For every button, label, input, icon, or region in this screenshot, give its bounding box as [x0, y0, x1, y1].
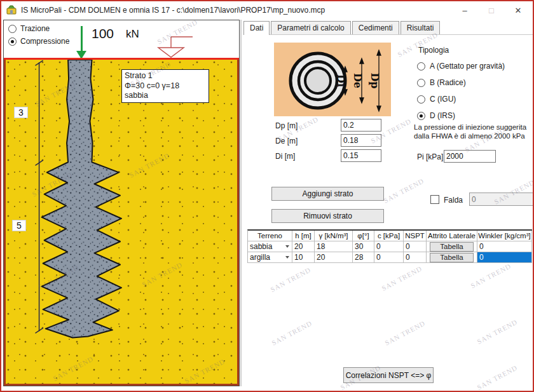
col-header-nspt: NSPT [404, 231, 427, 241]
radio-checked-icon[interactable] [8, 37, 17, 46]
tabella-button-row2[interactable]: Tabella [430, 253, 474, 262]
tipologia-d-label: D (IRS) [430, 111, 455, 120]
c-cell-row1[interactable]: 0 [374, 241, 404, 252]
tabstrip: Dati Parametri di calcolo Cedimenti Risu… [243, 20, 533, 35]
strato-note-params: Φ=30 c=0 γ=18 [125, 81, 206, 91]
load-value: 100 [92, 26, 114, 41]
tipologia-a-label: A (Gettato per gravità) [430, 62, 505, 71]
pile-section-diagram: Di De Dp [274, 43, 391, 116]
depth-label-upper: 3 [14, 107, 28, 118]
window-controls: – □ ✕ [451, 1, 531, 19]
radio-tipologia-b[interactable]: B (Radice) [417, 78, 466, 87]
terreno-value: sabbia [250, 242, 272, 251]
minimize-button[interactable]: – [451, 1, 478, 19]
dim-label-dp: Dp [369, 72, 381, 88]
terreno-value: argilla [250, 253, 270, 262]
close-button[interactable]: ✕ [505, 1, 531, 19]
radio-trazione[interactable]: Trazione [8, 24, 50, 33]
col-header-phi: φ[°] [353, 231, 374, 241]
radio-icon[interactable] [417, 62, 425, 71]
chevron-down-icon[interactable] [285, 256, 289, 259]
attrito-cell-row1: Tabella [427, 241, 477, 252]
gamma-cell-row1[interactable]: 18 [315, 241, 353, 252]
radio-tipologia-a[interactable]: A (Gettato per gravità) [417, 62, 505, 71]
winkler-cell-row1[interactable]: 0 [477, 241, 532, 252]
winkler-cell-row2-selected[interactable]: 0 [477, 252, 532, 263]
load-arrow-icon [81, 26, 83, 51]
soil-area: 3 5 Strato 1 Φ=30 c=0 γ=18 sabbia [4, 60, 239, 386]
pile-shape [42, 60, 121, 337]
fhwa-note: La pressione di iniezione suggerita dall… [414, 123, 530, 141]
tabella-button-row1[interactable]: Tabella [430, 242, 474, 252]
tab-dati[interactable]: Dati [243, 21, 270, 35]
terreno-select-row2[interactable]: argilla [248, 252, 292, 263]
correlation-nspt-button[interactable]: Correlazioni NSPT <=> φ [343, 367, 434, 383]
tipologia-b-label: B (Radice) [430, 78, 466, 87]
radio-icon[interactable] [8, 25, 17, 33]
col-header-c: c [kPa] [374, 231, 404, 241]
de-input[interactable] [341, 134, 381, 147]
strato-note: Strato 1 Φ=30 c=0 γ=18 sabbia [121, 69, 209, 103]
soil-table: Terreno h [m] γ [kN/m³] φ[°] c [kPa] NSP… [247, 229, 532, 263]
app-icon [6, 5, 17, 15]
pi-label: Pi [kPa] [417, 152, 443, 161]
dp-label: Dp [m] [275, 121, 298, 130]
phi-cell-row1[interactable]: 30 [353, 241, 374, 252]
fhwa-note-line2: dalla FHWA è di almeno 2000 kPa [414, 132, 530, 141]
ground-support-icon [153, 34, 198, 58]
radio-tipologia-d[interactable]: D (IRS) [417, 111, 455, 120]
col-header-h: h [m] [292, 231, 315, 241]
dim-label-de: De [352, 73, 364, 88]
chevron-down-icon[interactable] [285, 245, 289, 248]
tab-risultati[interactable]: Risultati [400, 21, 441, 34]
app-window: IS MicroPali - CDM DOLMEN e omnia IS 17 … [0, 0, 534, 392]
falda-input[interactable] [469, 193, 534, 206]
falda-label: Falda [444, 196, 463, 205]
terreno-select-row1[interactable]: sabbia [248, 241, 292, 252]
load-unit: kN [126, 28, 139, 41]
di-label: Di [m] [275, 152, 295, 161]
c-cell-row2[interactable]: 0 [374, 252, 404, 263]
pile-section-svg: Di De Dp [274, 43, 391, 116]
radio-compressione[interactable]: Compressione [8, 37, 69, 46]
de-label: De [m] [275, 137, 298, 145]
di-input[interactable] [341, 149, 381, 162]
radio-checked-icon[interactable] [417, 112, 425, 120]
strato-note-title: Strato 1 [125, 71, 206, 81]
col-header-terreno: Terreno [248, 231, 292, 241]
maximize-button[interactable]: □ [478, 1, 505, 19]
strato-note-soil: sabbia [125, 91, 206, 101]
panel-splitter [240, 20, 242, 386]
titlebar: IS MicroPali - CDM DOLMEN e omnia IS 17 … [1, 1, 533, 19]
remove-strato-button[interactable]: Rimuovi strato [271, 209, 384, 223]
load-panel: Trazione Compressione 100 kN [4, 20, 239, 58]
dim-label-di: Di [335, 74, 347, 87]
tipologia-title: Tipologia [418, 46, 449, 55]
dp-input[interactable] [341, 119, 381, 132]
radio-compressione-label: Compressione [20, 37, 69, 46]
radio-icon[interactable] [417, 95, 425, 104]
data-panel: Dati Parametri di calcolo Cedimenti Risu… [242, 20, 534, 386]
gamma-cell-row2[interactable]: 20 [315, 252, 353, 263]
tab-parametri-di-calcolo[interactable]: Parametri di calcolo [271, 21, 350, 34]
fhwa-note-line1: La pressione di iniezione suggerita [414, 123, 530, 132]
pile-drawing [6, 60, 237, 384]
col-header-gamma: γ [kN/m³] [315, 231, 353, 241]
h-cell-row2[interactable]: 10 [292, 252, 315, 263]
tipologia-c-label: C (IGU) [430, 95, 456, 104]
phi-cell-row2[interactable]: 28 [353, 252, 374, 263]
depth-measure-line [36, 60, 43, 333]
radio-trazione-label: Trazione [20, 24, 50, 33]
h-cell-row1[interactable]: 20 [292, 241, 315, 252]
depth-label-lower: 5 [12, 220, 26, 231]
nspt-cell-row2[interactable]: 0 [404, 252, 427, 263]
radio-tipologia-c[interactable]: C (IGU) [417, 95, 456, 104]
col-header-attrito: Attrito Laterale [427, 231, 477, 241]
tab-cedimenti[interactable]: Cedimenti [352, 21, 399, 34]
add-strato-button[interactable]: Aggiungi strato [271, 187, 384, 201]
attrito-cell-row2: Tabella [427, 252, 477, 263]
radio-icon[interactable] [417, 79, 425, 87]
pi-input[interactable] [444, 150, 496, 163]
falda-checkbox[interactable] [430, 195, 439, 204]
nspt-cell-row1[interactable]: 0 [404, 241, 427, 252]
